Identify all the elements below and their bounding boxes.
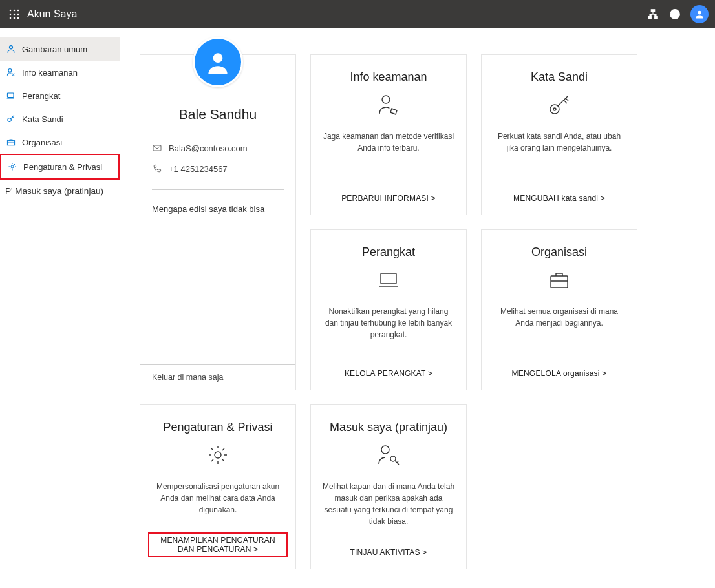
sidebar-item-label: Info keamanan [22, 68, 78, 78]
signout-everywhere-link[interactable]: Keluar di mana saja [140, 364, 295, 390]
change-password-link[interactable]: MENGUBAH kata sandi > [513, 194, 605, 203]
profile-avatar-icon [193, 37, 243, 87]
svg-point-4 [14, 14, 16, 16]
manage-devices-link[interactable]: KELOLA PERANGKAT > [345, 369, 432, 378]
sidebar-item-organizations[interactable]: Organisasi [0, 131, 120, 154]
app-header: Akun Saya [0, 0, 715, 28]
svg-point-18 [8, 118, 12, 122]
svg-point-5 [17, 14, 19, 16]
card-title: Masuk saya (pratinjau) [330, 421, 447, 434]
sidebar-item-label: Gambaran umum [22, 45, 87, 54]
card-desc: Melihat semua organisasi di mana Anda me… [489, 306, 629, 329]
update-info-link[interactable]: PERBARUI INFORMASI > [341, 194, 436, 203]
svg-point-23 [382, 96, 390, 103]
svg-point-2 [17, 10, 19, 12]
key-large-icon [545, 90, 573, 119]
briefcase-icon [545, 266, 573, 294]
card-desc: Melihat kapan dan di mana Anda telah mas… [319, 481, 458, 527]
card-title: Pengaturan & Privasi [163, 421, 272, 434]
sidebar-item-settings[interactable]: Pengaturan & Privasi [0, 154, 120, 180]
sidebar-item-overview[interactable]: Gambaran umum [0, 37, 120, 61]
sidebar-item-label: Pengaturan & Privasi [23, 162, 102, 172]
svg-point-13 [674, 16, 675, 17]
svg-point-25 [553, 108, 556, 110]
sidebar-item-label: P' Masuk saya (pratinjau) [5, 186, 103, 196]
key-icon [5, 113, 17, 125]
sidebar-item-label: Organisasi [22, 138, 62, 147]
org-tree-icon[interactable] [646, 8, 659, 21]
main-content: Bale Sandhu BalaS@contoso.com +1 4251234… [120, 28, 715, 588]
sidebar-item-security[interactable]: Info keamanan [0, 61, 120, 84]
svg-point-24 [550, 105, 559, 114]
divider [152, 189, 284, 190]
svg-point-28 [215, 452, 221, 458]
laptop-icon [374, 266, 403, 294]
person-icon [5, 43, 17, 55]
svg-point-21 [213, 53, 223, 63]
card-title: Kata Sandi [531, 70, 588, 84]
card-title: Info keamanan [350, 70, 427, 84]
gear-icon [6, 161, 18, 173]
svg-rect-10 [648, 17, 652, 19]
organizations-card: Organisasi Melihat semua organisasi di m… [481, 229, 637, 390]
svg-point-3 [10, 14, 12, 16]
gear-large-icon [204, 441, 232, 469]
help-icon[interactable] [668, 8, 681, 21]
devices-card: Perangkat Nonaktifkan perangkat yang hil… [310, 229, 467, 390]
person-key-icon [374, 441, 403, 469]
svg-point-0 [10, 10, 12, 12]
profile-email-row: BalaS@contoso.com [140, 138, 295, 158]
profile-phone: +1 4251234567 [169, 164, 228, 174]
card-desc: Nonaktifkan perangkat yang hilang dan ti… [319, 306, 458, 341]
header-title: Akun Saya [27, 8, 646, 20]
svg-rect-17 [7, 93, 14, 97]
signins-card: Masuk saya (pratinjau) Melihat kapan dan… [310, 404, 467, 569]
security-icon [5, 67, 17, 78]
sidebar: Gambaran umum Info keamanan Perangkat Ka… [0, 28, 120, 588]
devices-icon [5, 90, 17, 101]
settings-privacy-card: Pengaturan & Privasi Mempersonalisasi pe… [140, 404, 296, 569]
svg-point-8 [17, 17, 19, 19]
security-info-icon [374, 90, 403, 119]
sidebar-item-password[interactable]: Kata Sandi [0, 107, 120, 131]
sidebar-item-label: Perangkat [22, 91, 60, 101]
svg-point-30 [390, 456, 396, 461]
svg-rect-27 [551, 276, 568, 288]
profile-why-edit-link[interactable]: Mengapa edisi saya tidak bisa [140, 200, 295, 218]
profile-name: Bale Sandhu [140, 107, 295, 122]
svg-rect-22 [153, 145, 161, 151]
svg-point-29 [381, 446, 389, 454]
svg-point-14 [698, 11, 701, 15]
card-title: Organisasi [531, 246, 587, 259]
card-desc: Perkuat kata sandi Anda, atau ubah jika … [489, 131, 629, 154]
svg-point-6 [10, 17, 12, 19]
sidebar-item-label: Kata Sandi [22, 114, 63, 124]
svg-point-1 [14, 10, 16, 12]
password-card: Kata Sandi Perkuat kata sandi Anda, atau… [481, 54, 637, 215]
waffle-icon[interactable] [6, 6, 22, 22]
card-desc: Mempersonalisasi pengaturan akun Anda da… [148, 481, 288, 516]
org-icon [5, 136, 17, 148]
svg-rect-26 [381, 273, 396, 284]
view-settings-link[interactable]: MENAMPILKAN PENGATURAN DAN PENGATURAN > [148, 532, 288, 557]
security-card: Info keamanan Jaga keamanan dan metode v… [310, 54, 467, 215]
profile-email: BalaS@contoso.com [169, 143, 248, 153]
sidebar-item-devices[interactable]: Perangkat [0, 84, 120, 107]
sidebar-item-signins[interactable]: P' Masuk saya (pratinjau) [0, 180, 120, 202]
review-activity-link[interactable]: TINJAU AKTIVITAS > [350, 548, 427, 557]
svg-point-7 [14, 17, 16, 19]
svg-point-20 [11, 165, 14, 168]
svg-point-15 [9, 46, 12, 49]
user-avatar[interactable] [690, 5, 709, 23]
profile-card: Bale Sandhu BalaS@contoso.com +1 4251234… [140, 54, 296, 390]
svg-rect-11 [655, 17, 658, 19]
header-right [646, 5, 709, 23]
svg-rect-9 [651, 10, 654, 12]
svg-rect-19 [7, 141, 14, 145]
card-title: Perangkat [362, 246, 415, 259]
card-desc: Jaga keamanan dan metode verifikasi Anda… [319, 131, 458, 154]
profile-phone-row: +1 4251234567 [140, 158, 295, 179]
svg-point-16 [8, 68, 12, 72]
manage-orgs-link[interactable]: MENGELOLA organisasi > [512, 369, 607, 378]
